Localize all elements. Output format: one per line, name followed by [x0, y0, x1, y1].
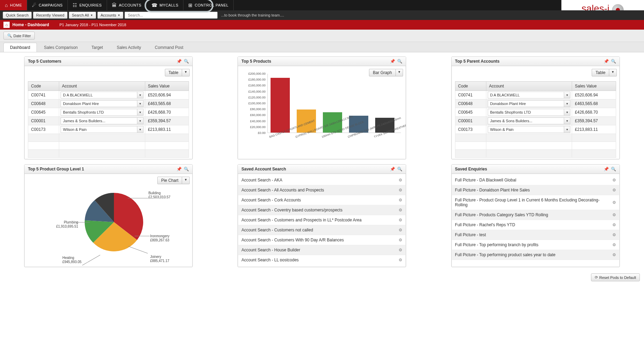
- gear-icon[interactable]: ⚙: [399, 208, 402, 212]
- list-item[interactable]: Full Picture - Top performing branch by …: [452, 240, 620, 250]
- account-dropdown-caret[interactable]: ▼: [564, 126, 570, 133]
- table-row[interactable]: C00001James & Sons Builders...▼£359,394.…: [455, 117, 616, 125]
- pin-icon[interactable]: 📌: [390, 167, 395, 171]
- tab-dashboard[interactable]: Dashboard: [3, 43, 37, 52]
- list-item[interactable]: Account Search - AKA⚙: [238, 175, 406, 185]
- list-item[interactable]: Account Search - Customers and Prospects…: [238, 215, 406, 225]
- col-sales[interactable]: Sales Value: [572, 82, 616, 91]
- search-icon[interactable]: 🔍: [611, 167, 616, 171]
- nav-home[interactable]: ⌂HOME: [0, 0, 27, 10]
- table-row[interactable]: C00173Wilson & Pain▼£213,883.11: [455, 125, 616, 134]
- account-dropdown-caret[interactable]: ▼: [564, 109, 570, 116]
- nav-control-panel[interactable]: ⊞CONTROL PANEL: [183, 0, 234, 10]
- table-row[interactable]: C00741D A BLACKWELL▼£520,606.94: [455, 91, 616, 100]
- pin-icon[interactable]: 📌: [390, 59, 395, 64]
- search-icon[interactable]: 🔍: [397, 167, 402, 171]
- gear-icon[interactable]: ⚙: [399, 188, 402, 192]
- account-dropdown-caret[interactable]: ▼: [137, 92, 144, 98]
- col-account[interactable]: Account: [486, 82, 572, 91]
- pin-icon[interactable]: 📌: [604, 59, 609, 64]
- gear-icon[interactable]: ⚙: [399, 178, 402, 183]
- quick-search-button[interactable]: Quick Search: [3, 12, 32, 19]
- pin-icon[interactable]: 📌: [177, 59, 182, 64]
- list-item[interactable]: Account Search - Customers not called⚙: [238, 225, 406, 235]
- search-icon[interactable]: 🔍: [397, 59, 402, 64]
- list-item[interactable]: Full Picture - Donaldson Plant Hire Sale…: [452, 185, 620, 195]
- list-item[interactable]: Account Search - Coventry based customer…: [238, 205, 406, 215]
- view-caret[interactable]: ▼: [182, 177, 190, 184]
- nav-mycalls[interactable]: ☎MYCALLS: [147, 0, 183, 10]
- list-item[interactable]: Full Picture - Top performing product sa…: [452, 250, 620, 260]
- table-row[interactable]: C00648Donaldson Plant Hire▼£463,565.68: [455, 100, 616, 108]
- table-row[interactable]: C00648Donaldson Plant Hire▼£463,565.68: [28, 100, 189, 108]
- gear-icon[interactable]: ⚙: [399, 218, 402, 222]
- nav-enquiries[interactable]: ☷ENQUIRIES: [68, 0, 107, 10]
- table-row[interactable]: C00645Bentalls Shopfronts LTD▼£426,668.7…: [28, 108, 189, 117]
- account-dropdown-caret[interactable]: ▼: [137, 126, 144, 133]
- account-dropdown-caret[interactable]: ▼: [564, 100, 570, 107]
- col-code[interactable]: Code: [28, 82, 59, 91]
- gear-icon[interactable]: ⚙: [399, 238, 402, 242]
- gear-icon[interactable]: ⚙: [399, 248, 402, 252]
- gear-icon[interactable]: ⚙: [612, 242, 616, 247]
- table-row[interactable]: C00173Wilson & Pain▼£213,883.11: [28, 125, 189, 134]
- nav-campaigns[interactable]: ☄CAMPAIGNS: [27, 0, 68, 10]
- gear-icon[interactable]: ⚙: [399, 198, 402, 202]
- chart-bar[interactable]: [271, 78, 290, 133]
- tab-sales-activity[interactable]: Sales Activity: [110, 43, 148, 52]
- gear-icon[interactable]: ⚙: [612, 232, 616, 237]
- tab-command-post[interactable]: Command Post: [148, 43, 190, 52]
- gear-icon[interactable]: ⚙: [612, 222, 616, 227]
- view-selector[interactable]: Table: [165, 69, 182, 76]
- list-item[interactable]: Account Search - LL postcodes⚙: [238, 255, 406, 261]
- list-item[interactable]: Full Picture - DA Blackwell Global⚙: [452, 175, 620, 185]
- view-selector[interactable]: Table: [592, 69, 609, 76]
- account-dropdown-caret[interactable]: ▼: [564, 92, 570, 98]
- col-code[interactable]: Code: [455, 82, 486, 91]
- table-row[interactable]: C00001James & Sons Builders...▼£359,394.…: [28, 117, 189, 125]
- list-item[interactable]: Account Search - Cork Accounts⚙: [238, 195, 406, 205]
- view-caret[interactable]: ▼: [609, 69, 617, 76]
- search-icon[interactable]: 🔍: [184, 59, 189, 64]
- gear-icon[interactable]: ⚙: [612, 188, 616, 192]
- view-caret[interactable]: ▼: [182, 69, 190, 76]
- account-dropdown-caret[interactable]: ▼: [564, 117, 570, 124]
- search-input[interactable]: [125, 12, 218, 19]
- list-item[interactable]: Variance - Accounts falling in building …: [452, 260, 620, 261]
- gear-icon[interactable]: ⚙: [399, 258, 402, 261]
- gear-icon[interactable]: ⚙: [612, 212, 616, 217]
- account-dropdown-caret[interactable]: ▼: [137, 109, 144, 116]
- table-row[interactable]: C00741D A BLACKWELL▼£520,606.94: [28, 91, 189, 100]
- search-entity-dropdown[interactable]: Accounts▼: [97, 12, 123, 19]
- gear-icon[interactable]: ⚙: [612, 252, 616, 257]
- search-icon[interactable]: 🔍: [611, 59, 616, 64]
- col-sales[interactable]: Sales Value: [145, 82, 189, 91]
- recently-viewed-button[interactable]: Recently Viewed: [33, 12, 67, 19]
- list-item[interactable]: Account Search - All Accounts and Prospe…: [238, 185, 406, 195]
- list-item[interactable]: Account Search - House Builder⚙: [238, 245, 406, 255]
- list-item[interactable]: Full Picture - Rachel's Reps YTD⚙: [452, 220, 620, 230]
- nav-accounts[interactable]: 🏛ACCOUNTS: [107, 0, 147, 10]
- gear-icon[interactable]: ⚙: [612, 200, 616, 205]
- search-scope-dropdown[interactable]: Search All▼: [69, 12, 96, 19]
- pin-icon[interactable]: 📌: [604, 167, 609, 171]
- tab-target[interactable]: Target: [85, 43, 109, 52]
- account-dropdown-caret[interactable]: ▼: [137, 117, 144, 124]
- list-item[interactable]: Account Search - Customers With 90 Day A…: [238, 235, 406, 245]
- gear-icon[interactable]: ⚙: [399, 228, 402, 232]
- list-item[interactable]: Full Picture - Product Group Level 1 in …: [452, 195, 620, 210]
- search-icon[interactable]: 🔍: [184, 167, 189, 171]
- account-dropdown-caret[interactable]: ▼: [137, 100, 144, 107]
- list-item[interactable]: Full Picture - test⚙: [452, 230, 620, 240]
- reset-label: Reset Pods to Default: [599, 275, 636, 280]
- table-row[interactable]: C00645Bentalls Shopfronts LTD▼£426,668.7…: [455, 108, 616, 117]
- home-icon[interactable]: ⌂: [3, 22, 10, 28]
- view-selector[interactable]: Pie Chart: [157, 177, 182, 184]
- date-filter-button[interactable]: 🔍Date Filter: [3, 32, 35, 40]
- list-item[interactable]: Full Picture - Products Category Sales Y…: [452, 210, 620, 220]
- gear-icon[interactable]: ⚙: [612, 178, 616, 183]
- pin-icon[interactable]: 📌: [177, 167, 182, 171]
- tab-sales-comparison[interactable]: Sales Comparison: [38, 43, 84, 52]
- reset-pods-button[interactable]: ⟳Reset Pods to Default: [591, 273, 640, 281]
- col-account[interactable]: Account: [59, 82, 145, 91]
